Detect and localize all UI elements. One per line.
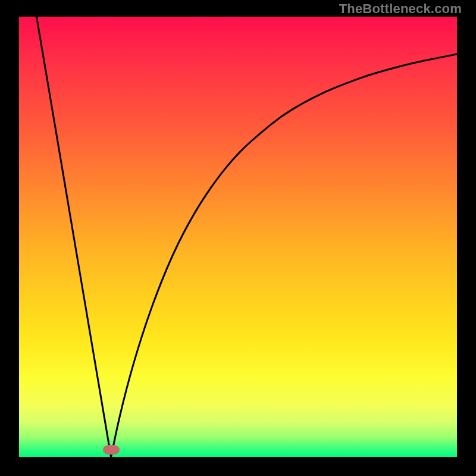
plot-area bbox=[19, 17, 457, 457]
chart-frame: TheBottleneck.com bbox=[0, 0, 476, 476]
v-curve-path bbox=[36, 17, 457, 457]
vertex-marker bbox=[103, 445, 120, 455]
curve-svg bbox=[19, 17, 457, 457]
attribution-text: TheBottleneck.com bbox=[339, 1, 462, 17]
